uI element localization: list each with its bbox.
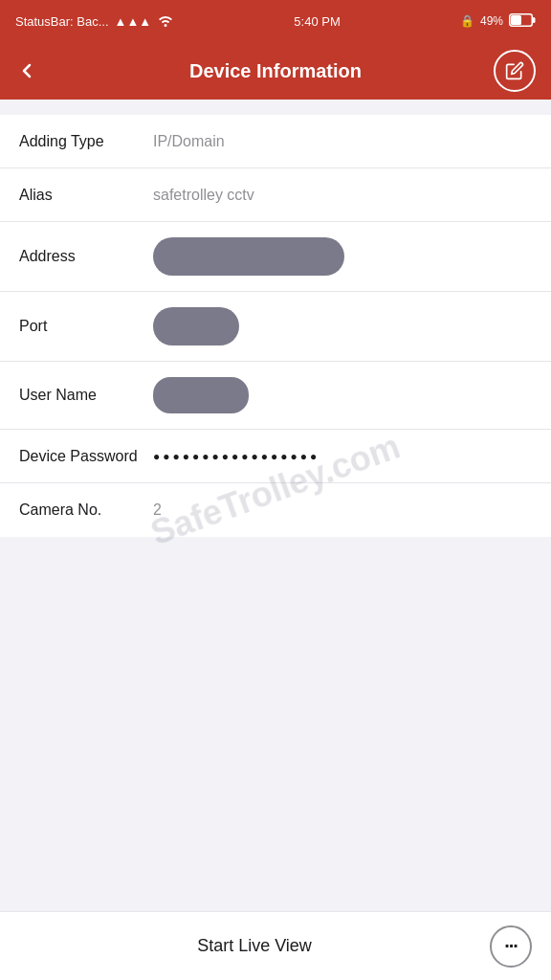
field-value-1: safetrolley cctv: [153, 187, 532, 204]
more-icon: ···: [504, 935, 518, 957]
battery-icon: [509, 13, 536, 30]
field-label-1: Alias: [19, 187, 153, 204]
nav-bar: Device Information: [0, 42, 551, 100]
field-label-4: User Name: [19, 387, 153, 404]
bottom-bar: Start Live View ···: [0, 911, 551, 980]
field-label-5: Device Password: [19, 448, 153, 465]
info-row: Camera No.2: [0, 483, 551, 537]
info-row: Aliassafetrolley cctv: [0, 168, 551, 222]
device-info-section: Adding TypeIP/DomainAliassafetrolley cct…: [0, 115, 551, 537]
field-value-6: 2: [153, 501, 532, 519]
field-label-6: Camera No.: [19, 501, 153, 519]
redacted-port: [153, 307, 239, 345]
info-row: Device Password●●●●●●●●●●●●●●●●●: [0, 430, 551, 483]
signal-icon: ▲▲▲: [115, 14, 152, 29]
status-right: 🔒 49%: [460, 13, 536, 30]
redacted-username: [153, 377, 249, 413]
redacted-address: [153, 237, 344, 276]
battery-percent: 49%: [480, 14, 503, 28]
info-row: Adding TypeIP/Domain: [0, 115, 551, 168]
more-button[interactable]: ···: [490, 925, 532, 968]
field-label-3: Port: [19, 318, 153, 335]
app-name: StatusBar: Bac...: [15, 14, 109, 29]
password-value: ●●●●●●●●●●●●●●●●●: [153, 450, 320, 463]
info-row: Port: [0, 292, 551, 362]
info-row: Address: [0, 222, 551, 292]
lock-icon: 🔒: [460, 14, 474, 28]
page-title: Device Information: [57, 60, 494, 82]
time: 5:40 PM: [294, 14, 340, 29]
field-label-2: Address: [19, 248, 153, 265]
info-row: User Name: [0, 362, 551, 430]
status-bar: StatusBar: Bac... ▲▲▲ 5:40 PM 🔒 49%: [0, 0, 551, 42]
wifi-icon: [157, 13, 174, 30]
field-value-0: IP/Domain: [153, 133, 532, 150]
field-label-0: Adding Type: [19, 133, 153, 150]
svg-rect-2: [511, 15, 521, 25]
svg-rect-1: [532, 17, 535, 23]
content-area: Adding TypeIP/DomainAliassafetrolley cct…: [0, 100, 551, 552]
back-button[interactable]: [15, 59, 57, 82]
edit-button[interactable]: [494, 50, 536, 92]
start-live-view-button[interactable]: Start Live View: [19, 936, 490, 956]
status-left: StatusBar: Bac... ▲▲▲: [15, 13, 174, 30]
